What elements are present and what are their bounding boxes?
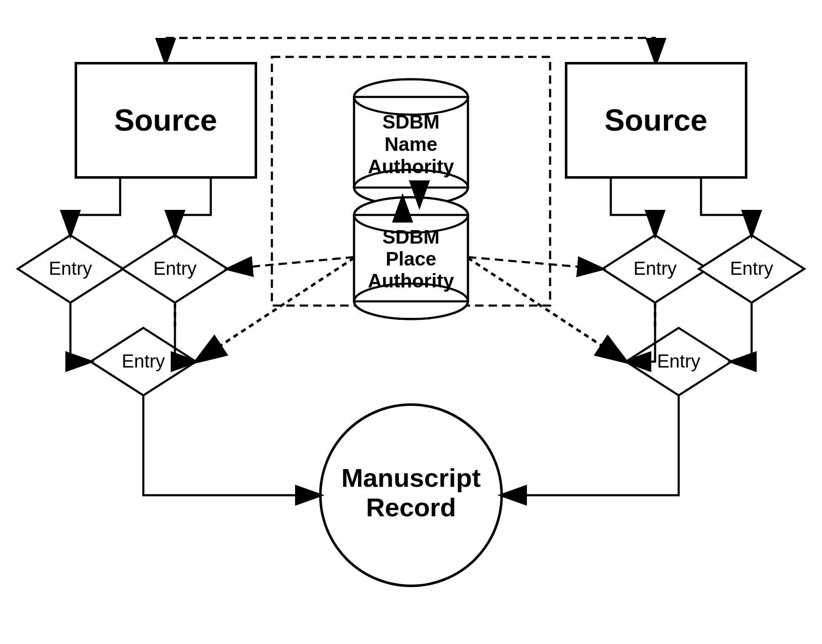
entry-bl-text: Entry (122, 351, 165, 371)
name-cyl-text2: Name (384, 133, 437, 155)
place-cyl-text3: Authority (368, 270, 454, 292)
entry-tl-text: Entry (49, 258, 92, 279)
place-cyl-text2: Place (386, 248, 436, 270)
entry-tr-text: Entry (634, 258, 677, 279)
entry-br-text: Entry (657, 351, 701, 371)
source-right-text: Source (604, 103, 707, 137)
manuscript-text1: Manuscript (341, 463, 481, 492)
source-left-text: Source (114, 103, 217, 137)
entry-ml-text: Entry (153, 258, 197, 279)
name-cyl-text3: Authority (368, 156, 454, 177)
place-cyl-text1: SDBM (382, 226, 439, 248)
entry-mr-text: Entry (730, 258, 774, 279)
manuscript-text2: Record (366, 493, 456, 522)
